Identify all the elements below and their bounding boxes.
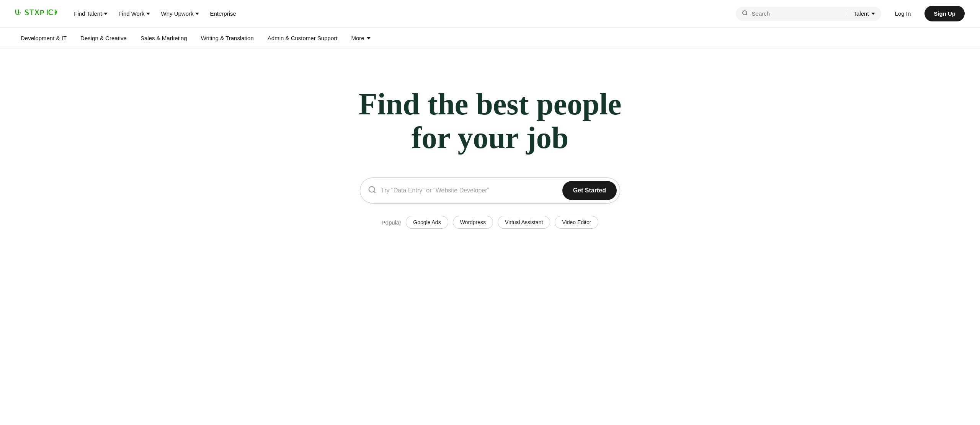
- login-button[interactable]: Log In: [887, 7, 919, 21]
- cat-sales-marketing[interactable]: Sales & Marketing: [135, 32, 193, 44]
- svg-line-1: [746, 14, 747, 15]
- hero-section: Find the best people for your job Get St…: [0, 49, 980, 259]
- popular-tag-virtual-assistant[interactable]: Virtual Assistant: [498, 216, 550, 229]
- popular-tag-wordpress[interactable]: Wordpress: [453, 216, 493, 229]
- svg-point-0: [743, 11, 747, 15]
- cat-development-it[interactable]: Development & IT: [15, 32, 72, 44]
- main-nav: Find Talent Find Work Why Upwork Enterpr…: [69, 7, 241, 20]
- search-divider: [848, 10, 848, 18]
- hero-search-bar[interactable]: Get Started: [360, 177, 620, 204]
- main-header: Find Talent Find Work Why Upwork Enterpr…: [0, 0, 980, 28]
- hero-search-icon: [368, 186, 376, 196]
- nav-find-talent[interactable]: Find Talent: [69, 7, 112, 20]
- nav-find-work[interactable]: Find Work: [114, 7, 155, 20]
- find-work-chevron-icon: [146, 13, 150, 15]
- talent-chevron-icon: [871, 13, 875, 15]
- cat-admin-customer-support[interactable]: Admin & Customer Support: [262, 32, 343, 44]
- cat-design-creative[interactable]: Design & Creative: [75, 32, 132, 44]
- get-started-button[interactable]: Get Started: [562, 181, 617, 200]
- find-talent-chevron-icon: [104, 13, 108, 15]
- search-input[interactable]: [752, 10, 843, 17]
- popular-label: Popular: [382, 219, 402, 226]
- svg-line-3: [374, 191, 375, 193]
- popular-tag-google-ads[interactable]: Google Ads: [406, 216, 448, 229]
- cat-writing-translation[interactable]: Writing & Translation: [196, 32, 259, 44]
- hero-title: Find the best people for your job: [359, 87, 622, 155]
- hero-search-input[interactable]: [381, 187, 558, 194]
- more-chevron-icon: [367, 37, 371, 39]
- signup-button[interactable]: Sign Up: [924, 6, 965, 21]
- talent-dropdown[interactable]: Talent: [854, 10, 875, 17]
- nav-enterprise[interactable]: Enterprise: [205, 7, 240, 20]
- popular-tag-video-editor[interactable]: Video Editor: [555, 216, 598, 229]
- svg-point-2: [369, 186, 375, 192]
- why-upwork-chevron-icon: [195, 13, 199, 15]
- category-nav: Development & IT Design & Creative Sales…: [0, 28, 980, 49]
- nav-why-upwork[interactable]: Why Upwork: [156, 7, 204, 20]
- cat-more[interactable]: More: [346, 32, 376, 44]
- upwork-logo[interactable]: [15, 8, 57, 20]
- header-right: Talent Log In Sign Up: [736, 6, 965, 21]
- header-left: Find Talent Find Work Why Upwork Enterpr…: [15, 7, 241, 20]
- header-search-bar[interactable]: Talent: [736, 7, 881, 21]
- search-icon: [742, 10, 748, 18]
- popular-section: Popular Google Ads Wordpress Virtual Ass…: [382, 216, 599, 229]
